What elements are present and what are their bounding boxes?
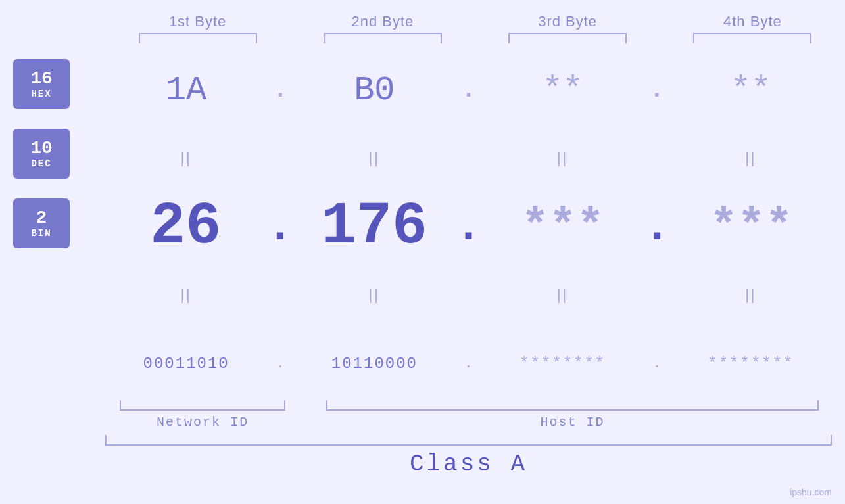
top-bracket-2 — [324, 33, 442, 43]
bracket-cell-1 — [105, 33, 290, 43]
bin-number: 2 — [36, 208, 47, 229]
eq1-cell-3: || — [482, 150, 644, 167]
dec-name: DEC — [31, 158, 51, 169]
equals-row-2: || || || || — [105, 261, 832, 329]
dec-cell-4: *** — [671, 201, 832, 253]
dec-dot-1: . — [266, 197, 294, 257]
bin-value-4: ******** — [708, 355, 794, 373]
dec-value-3: *** — [521, 201, 604, 253]
header-row: 1st Byte 2nd Byte 3rd Byte 4th Byte — [0, 13, 845, 30]
hex-cell-4: ** — [670, 71, 832, 110]
dec-cell-1: 26 — [105, 193, 266, 260]
hex-cell-3: ** — [482, 71, 644, 110]
hex-row: 1A . B0 . ** . ** — [105, 56, 832, 124]
top-bracket-4 — [693, 33, 811, 43]
bracket-cell-3 — [475, 33, 660, 43]
bin-dot-1: . — [267, 356, 293, 371]
main-container: 1st Byte 2nd Byte 3rd Byte 4th Byte 16 H… — [0, 0, 845, 504]
bin-dot-2: . — [456, 356, 482, 371]
bracket-cell-2 — [290, 33, 475, 43]
eq1-sign-4: || — [745, 150, 756, 167]
bin-badge: 2 BIN — [13, 198, 70, 248]
dec-value-2: 176 — [321, 193, 427, 260]
eq1-sign-3: || — [557, 150, 568, 167]
host-bottom-bracket — [326, 400, 819, 411]
dec-cell-2: 176 — [294, 193, 455, 260]
bin-cell-4: ******** — [670, 355, 832, 373]
eq1-cell-2: || — [293, 150, 455, 167]
dec-value-1: 26 — [150, 193, 221, 260]
dec-cell-3: *** — [483, 201, 644, 253]
bin-cell-1: 00011010 — [105, 355, 267, 373]
eq2-sign-2: || — [369, 286, 380, 304]
dec-row: 26 . 176 . *** . *** — [105, 193, 832, 261]
hex-name: HEX — [31, 89, 51, 99]
eq2-sign-4: || — [745, 286, 756, 304]
eq2-sign-3: || — [557, 286, 568, 304]
eq2-cell-3: || — [482, 286, 644, 304]
eq1-sign-2: || — [369, 150, 380, 167]
eq2-cell-2: || — [293, 286, 455, 304]
dec-value-4: *** — [710, 201, 793, 253]
dec-dot-2: . — [454, 197, 482, 257]
top-bracket-row — [0, 33, 845, 43]
hex-value-4: ** — [731, 71, 771, 110]
outer-bottom-bracket — [105, 435, 832, 446]
outer-bracket-area: Class A — [105, 435, 832, 478]
byte1-label: 1st Byte — [105, 13, 290, 30]
bracket-cell-4 — [660, 33, 845, 43]
eq2-cell-1: || — [105, 286, 267, 304]
equals-row-1: || || || || — [105, 124, 832, 193]
hex-value-3: ** — [542, 71, 583, 110]
bin-value-3: ******** — [519, 355, 606, 373]
bin-value-1: 00011010 — [143, 355, 229, 373]
grid-container: 1A . B0 . ** . ** || — [105, 56, 832, 478]
dec-dot-3: . — [643, 197, 671, 257]
host-bracket-area: Host ID — [313, 400, 832, 430]
hex-dot-2: . — [456, 77, 482, 104]
bin-dot-3: . — [644, 356, 670, 371]
eq2-sign-1: || — [180, 286, 191, 304]
hex-badge: 16 HEX — [13, 59, 70, 109]
top-bracket-3 — [508, 33, 627, 43]
bottom-bracket-area: Network ID Host ID — [105, 400, 832, 430]
bin-name: BIN — [31, 228, 51, 239]
top-bracket-1 — [139, 33, 257, 43]
eq1-sign-1: || — [180, 150, 191, 167]
hex-cell-2: B0 — [293, 71, 455, 110]
eq1-cell-4: || — [670, 150, 832, 167]
bin-cell-3: ******** — [482, 355, 644, 373]
hex-value-2: B0 — [354, 71, 395, 110]
watermark: ipshu.com — [790, 487, 832, 497]
hex-cell-1: 1A — [105, 71, 267, 110]
dec-number: 10 — [30, 139, 53, 159]
base-badges: 16 HEX 10 DEC 2 BIN — [13, 59, 70, 262]
hex-dot-3: . — [644, 77, 670, 104]
bin-cell-2: 10110000 — [293, 355, 455, 373]
host-id-label: Host ID — [541, 415, 605, 430]
network-id-label: Network ID — [157, 415, 249, 430]
network-bottom-bracket — [120, 400, 285, 411]
dec-badge: 10 DEC — [13, 129, 70, 179]
class-label: Class A — [105, 451, 832, 478]
hex-number: 16 — [30, 69, 53, 89]
byte3-label: 3rd Byte — [475, 13, 660, 30]
byte4-label: 4th Byte — [660, 13, 845, 30]
byte2-label: 2nd Byte — [290, 13, 475, 30]
bin-row: 00011010 . 10110000 . ******** . *******… — [105, 329, 832, 398]
eq1-cell-1: || — [105, 150, 267, 167]
network-bracket-area: Network ID — [105, 400, 300, 430]
eq2-cell-4: || — [670, 286, 832, 304]
hex-value-1: 1A — [166, 71, 206, 110]
bin-value-2: 10110000 — [331, 355, 418, 373]
hex-dot-1: . — [267, 77, 293, 104]
